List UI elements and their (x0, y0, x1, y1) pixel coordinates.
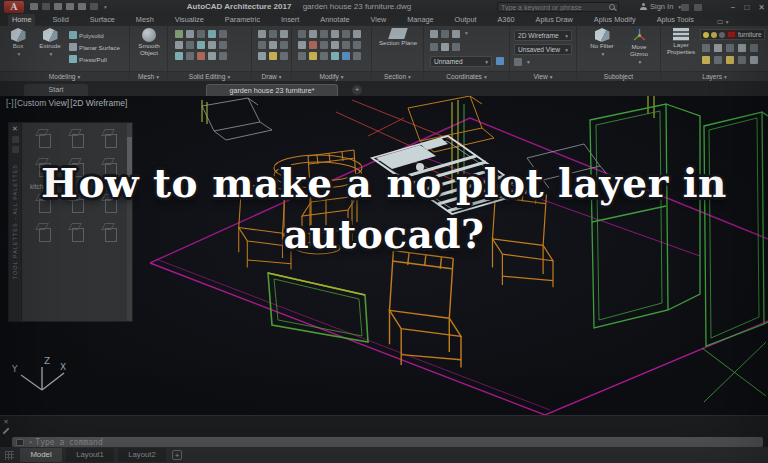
panel-label-subobject[interactable]: Subobject (577, 71, 660, 81)
line-icon[interactable] (258, 30, 266, 38)
stretch-icon[interactable] (331, 41, 339, 49)
layer-tool-icon[interactable] (726, 44, 734, 52)
subtract-icon[interactable] (342, 52, 350, 60)
smooth-object-button[interactable]: Smooth Object (135, 28, 163, 70)
erase-icon[interactable] (309, 41, 317, 49)
fillet-icon[interactable] (331, 30, 339, 38)
save-icon[interactable] (42, 3, 50, 10)
tool-icon[interactable] (197, 52, 205, 60)
ucs-world-icon[interactable] (441, 30, 449, 38)
redo-icon[interactable] (90, 3, 98, 10)
scale-icon[interactable] (342, 41, 350, 49)
sign-in-button[interactable]: Sign In ▾ (640, 2, 681, 11)
tab-surface[interactable]: Surface (86, 14, 119, 26)
tool-icon[interactable] (186, 30, 194, 38)
polyline-icon[interactable] (269, 30, 277, 38)
slice-icon[interactable] (298, 52, 306, 60)
drawing-canvas[interactable]: Z X Y [-] [Custom View] [2D Wireframe] ✕… (0, 96, 768, 415)
extrude-button[interactable]: Extrude ▾ (35, 28, 65, 70)
layer-tool-icon[interactable] (714, 44, 722, 52)
tab-solid[interactable]: Solid (48, 14, 72, 26)
tool-icon[interactable] (208, 30, 216, 38)
spline-icon[interactable] (280, 52, 288, 60)
layer-tool-icon[interactable] (738, 56, 746, 64)
command-customize-icon[interactable] (2, 427, 9, 434)
close-button[interactable]: ✕ (758, 3, 765, 12)
point-icon[interactable] (269, 52, 277, 60)
command-input[interactable]: ▾ Type a command (12, 437, 763, 447)
qat-dropdown-icon[interactable]: ▾ (104, 4, 107, 10)
tab-aplus-modify[interactable]: Aplus Modify (590, 14, 640, 26)
array-icon[interactable] (342, 30, 350, 38)
ucs-named-dropdown[interactable]: Unnamed ▾ (430, 56, 492, 67)
tool-icon[interactable] (219, 30, 227, 38)
no-filter-button[interactable]: No Filter ▾ (585, 28, 619, 70)
tab-insert[interactable]: Insert (277, 14, 303, 26)
tab-parametric[interactable]: Parametric (221, 14, 264, 26)
tool-icon[interactable] (219, 41, 227, 49)
layer-tool-icon[interactable] (750, 56, 758, 64)
tool-icon[interactable] (208, 52, 216, 60)
palette-close-icon[interactable]: ✕ (12, 125, 18, 133)
rotate-icon[interactable] (309, 30, 317, 38)
undo-icon[interactable] (78, 3, 86, 10)
tool-icon[interactable] (197, 41, 205, 49)
chamfer-icon[interactable] (309, 52, 317, 60)
layout2-tab[interactable]: Layout2 (118, 448, 166, 462)
saveas-icon[interactable] (54, 3, 62, 10)
ucs-y-icon[interactable] (441, 43, 449, 51)
trim-icon[interactable] (320, 30, 328, 38)
ellipse-icon[interactable] (258, 52, 266, 60)
app-menu-button[interactable]: A (4, 1, 24, 13)
move-icon[interactable] (298, 30, 306, 38)
tool-icon[interactable] (197, 30, 205, 38)
tool-icon[interactable] (175, 52, 183, 60)
intersect-icon[interactable] (353, 52, 361, 60)
panel-label-mesh[interactable]: Mesh▾ (130, 71, 167, 81)
offset-icon[interactable] (353, 41, 361, 49)
tool-icon[interactable] (186, 41, 194, 49)
align-icon[interactable] (320, 52, 328, 60)
panel-label-modify[interactable]: Modify▾ (292, 71, 371, 81)
mirror-icon[interactable] (298, 41, 306, 49)
layer-tool-icon[interactable] (702, 56, 710, 64)
circle-icon[interactable] (280, 30, 288, 38)
panel-label-modeling[interactable]: Modeling▾ (0, 71, 129, 81)
open-icon[interactable] (30, 3, 38, 10)
search-icon[interactable] (609, 4, 615, 10)
model-tab[interactable]: Model (20, 448, 62, 462)
layer-properties-button[interactable]: Layer Properties (665, 28, 697, 70)
file-tab-start[interactable]: Start (24, 84, 88, 96)
chevron-down-icon[interactable]: ▾ (29, 439, 32, 445)
polysolid-button[interactable]: Polysolid (69, 29, 120, 41)
quick-view-icon[interactable] (5, 451, 14, 460)
furniture-block-icon[interactable] (69, 128, 87, 149)
panel-label-draw[interactable]: Draw▾ (252, 71, 291, 81)
tab-mesh[interactable]: Mesh (132, 14, 158, 26)
explode-icon[interactable] (320, 41, 328, 49)
layer-tool-icon[interactable] (750, 44, 758, 52)
tab-manage[interactable]: Manage (403, 14, 437, 26)
ucs-live-icon[interactable] (496, 57, 504, 65)
restore-button[interactable]: □ (744, 3, 749, 12)
new-layout-button[interactable]: + (172, 450, 182, 460)
named-view-dropdown[interactable]: Unsaved View ▾ (514, 44, 572, 55)
ribbon-collapse-icon[interactable]: ▭▾ (717, 17, 729, 26)
move-gizmo-button[interactable]: Move Gizmo ▾ (622, 28, 656, 70)
minimize-button[interactable]: − (731, 3, 736, 12)
layout1-tab[interactable]: Layout1 (66, 448, 114, 462)
ucs-origin-icon[interactable] (452, 30, 460, 38)
panel-label-solid-editing[interactable]: Solid Editing▾ (168, 71, 251, 81)
file-tab-active-drawing[interactable]: garden house 23 furniture* (206, 84, 338, 96)
layer-tool-icon[interactable] (714, 56, 722, 64)
layer-tool-icon[interactable] (702, 44, 710, 52)
planar-surface-button[interactable]: Planar Surface (69, 41, 120, 53)
ucs-z-icon[interactable] (452, 43, 460, 51)
viewport-menu-control[interactable]: [-] (6, 98, 14, 108)
press-pull-button[interactable]: Press/Pull (69, 53, 120, 65)
furniture-block-icon[interactable] (36, 128, 54, 149)
tab-a360[interactable]: A360 (494, 14, 519, 26)
visual-style-dropdown[interactable]: 2D Wireframe ▾ (514, 30, 572, 41)
plot-icon[interactable] (66, 3, 74, 10)
box-button[interactable]: Box ▾ (5, 28, 31, 70)
